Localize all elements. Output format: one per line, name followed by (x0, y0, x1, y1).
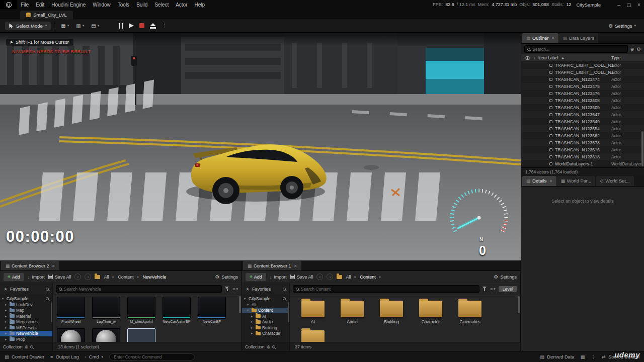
menu-select[interactable]: Select (151, 0, 172, 9)
menu-window[interactable]: Window (89, 0, 114, 9)
menu-actor[interactable]: Actor (172, 0, 191, 9)
level-badge[interactable]: Level (499, 286, 517, 292)
folder-ai[interactable]: AI (298, 297, 328, 324)
search-icon[interactable] (46, 288, 49, 291)
outliner-row[interactable]: TRASHCAN_N123554Actor (521, 125, 644, 132)
outliner-row[interactable]: TRASHCAN_N123578Actor (521, 139, 644, 146)
close-icon[interactable]: × (552, 36, 554, 41)
outliner-row[interactable]: TRAFFIC_LIGHT__COLL_N12Actor (521, 69, 644, 76)
outliner-searchbox[interactable] (524, 45, 628, 53)
search-icon[interactable] (283, 297, 286, 300)
outliner-row[interactable]: TRASHCAN_N123618Actor (521, 153, 644, 160)
content-drawer-button[interactable]: ▤ Content Drawer (5, 354, 44, 359)
asset-m-checkpoint[interactable]: M_checkpoint (127, 297, 155, 324)
import-button[interactable]: ↓Import (28, 275, 45, 280)
outliner-row[interactable]: TRASHCAN_N123475Actor (521, 83, 644, 90)
unreal-logo-icon[interactable] (0, 0, 17, 9)
breadcrumb-newvehicle[interactable]: NewVehicle (142, 275, 166, 280)
outliner-row[interactable]: TRASHCAN_N123549Actor (521, 118, 644, 125)
outliner-row[interactable]: TRASHCAN_N123508Actor (521, 97, 644, 104)
tree-root[interactable]: ▾ CitySample (242, 295, 289, 302)
search-icon[interactable] (46, 297, 49, 300)
play-button[interactable] (129, 23, 134, 28)
folder-character[interactable]: Character (416, 297, 446, 324)
tree-item-content[interactable]: ▾Content (242, 308, 289, 314)
tab-level[interactable]: Small_City_LVL (20, 11, 73, 19)
outliner-row[interactable]: TRASHCAN_N123562Actor (521, 132, 644, 139)
tab-content-browser-2[interactable]: ▦ Content Browser 2 × (1, 261, 59, 270)
collection-panel[interactable]: Collection ⊕ (242, 342, 290, 351)
tree-item-material[interactable]: ▸Material (0, 313, 52, 319)
tab-content-browser-1[interactable]: ▦ Content Browser 1 × (243, 261, 301, 270)
pin-column-icon[interactable]: ↓ (533, 56, 535, 60)
tree-item-building[interactable]: ▸Building (242, 325, 289, 331)
view-options-icon[interactable]: ≡▾ (490, 287, 496, 292)
favorites-header[interactable]: ★ Favorites (242, 283, 290, 295)
filter-icon[interactable] (482, 287, 487, 292)
folder-audio[interactable]: Audio (337, 297, 367, 324)
back-button[interactable]: ‹ (74, 274, 81, 280)
folder-cinematics[interactable]: Cinematics (455, 297, 485, 324)
import-button[interactable]: ↓Import (270, 275, 287, 280)
search-icon[interactable] (30, 345, 33, 348)
create-actor-dropdown[interactable]: ▦▾ (59, 22, 70, 30)
outliner-row[interactable]: WorldDataLayers-1WorldDataLayers (521, 160, 644, 167)
tree-item-character[interactable]: ▸Character (242, 331, 289, 337)
menu-houdini-engine[interactable]: Houdini Engine (48, 0, 89, 9)
select-mode-dropdown[interactable]: Select Mode ▾ (5, 22, 51, 30)
cb1-searchbox[interactable] (293, 285, 479, 293)
kebab-icon[interactable]: ⋮ (591, 354, 596, 359)
asset-laptime[interactable]: LapTime_w (92, 297, 120, 324)
cb1-search-input[interactable] (301, 287, 476, 292)
play-options-kebab-icon[interactable]: ⋮ (162, 23, 167, 29)
menu-build[interactable]: Build (133, 0, 151, 9)
tree-item-ai[interactable]: ▸AI (242, 313, 289, 319)
outliner-scrollbar[interactable] (641, 131, 643, 166)
cb1-grid-scrollbar[interactable] (518, 296, 520, 313)
tab-details[interactable]: ▤ Details × (522, 176, 556, 186)
tree-scrollbar[interactable] (51, 302, 52, 322)
console-command-input-wrap[interactable] (109, 353, 195, 360)
close-icon[interactable]: × (52, 263, 55, 268)
tree-item-prop[interactable]: ▸Prop (0, 336, 52, 342)
add-button[interactable]: +Add (246, 273, 266, 281)
breadcrumb-all[interactable]: All (104, 275, 109, 280)
outliner-row[interactable]: TRASHCAN_N123547Actor (521, 111, 644, 118)
type-column[interactable]: Type (611, 55, 620, 60)
tree-item-map[interactable]: ▸Map (0, 308, 52, 314)
menu-edit[interactable]: Edit (32, 0, 48, 9)
folder-building[interactable]: Building (376, 297, 407, 324)
tree-item-newvehicle[interactable]: ▸NewVehicle (0, 331, 52, 337)
breadcrumb-content[interactable]: Content (360, 275, 376, 280)
blueprints-dropdown[interactable]: ▥▾ (74, 22, 86, 30)
minimize-button[interactable]: – (614, 0, 624, 9)
eject-button[interactable] (150, 23, 156, 26)
breadcrumb-all[interactable]: All (346, 275, 351, 280)
close-button[interactable]: × (634, 0, 644, 9)
stop-button[interactable] (139, 23, 144, 28)
close-icon[interactable]: × (294, 263, 297, 268)
viewport[interactable]: Shift+F1 for Mouse Cursor NAVMESH NEEDS … (0, 33, 521, 260)
collection-panel[interactable]: Collection ⊕ (0, 342, 53, 351)
asset-sphere[interactable] (57, 328, 85, 342)
cb1-settings-button[interactable]: ⚙Settings (494, 274, 517, 280)
folder-city[interactable]: City (298, 326, 328, 342)
save-all-button[interactable]: Save All (290, 275, 313, 280)
cb2-grid-scrollbar[interactable] (239, 296, 241, 313)
outliner-settings-icon[interactable]: ⚙ (636, 46, 641, 52)
asset-newcarbp[interactable]: NewCarBP (198, 297, 226, 324)
output-log-button[interactable]: ≡ Output Log (50, 354, 79, 359)
asset-sphere[interactable] (92, 328, 120, 342)
search-icon[interactable] (272, 345, 275, 348)
menu-help[interactable]: Help (191, 0, 209, 9)
favorites-header[interactable]: ★ Favorites (0, 283, 53, 295)
add-collection-icon[interactable]: ⊕ (25, 344, 29, 349)
menu-file[interactable]: File (17, 0, 32, 9)
cmd-dropdown[interactable]: › Cmd ▾ (85, 354, 103, 359)
tree-scrollbar[interactable] (288, 302, 289, 322)
tree-item-megascans[interactable]: ▸Megascans (0, 319, 52, 325)
tree-item-mspresets[interactable]: ▸MSPresets (0, 325, 52, 331)
cb2-searchbox[interactable] (56, 285, 222, 293)
derived-data-button[interactable]: ▤ Derived Data (540, 354, 574, 359)
outliner-search-input[interactable] (532, 47, 625, 52)
